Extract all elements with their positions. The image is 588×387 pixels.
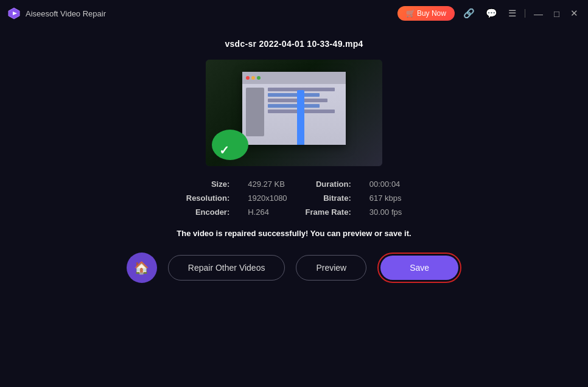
duration-value: 00:00:04 <box>369 180 402 189</box>
maximize-icon[interactable]: □ <box>551 7 562 20</box>
success-message: The video is repaired successfully! You … <box>177 229 411 238</box>
preview-button[interactable]: Preview <box>296 255 366 281</box>
size-value: 429.27 KB <box>248 180 287 189</box>
file-info: Size: 429.27 KB Duration: 00:00:04 Resol… <box>186 180 402 217</box>
home-icon: 🏠 <box>134 260 149 275</box>
save-button[interactable]: Save <box>380 256 458 280</box>
menu-icon[interactable]: ☰ <box>506 7 519 20</box>
file-name: vsdc-sr 2022-04-01 10-33-49.mp4 <box>225 39 363 49</box>
main-content: vsdc-sr 2022-04-01 10-33-49.mp4 <box>0 27 588 283</box>
app-logo-icon <box>7 7 21 20</box>
encoder-label: Encoder: <box>186 207 230 217</box>
close-icon[interactable]: ✕ <box>568 7 581 20</box>
home-button[interactable]: 🏠 <box>127 253 157 283</box>
titlebar-right: 🛒 Buy Now 🔗 💬 ☰ — □ ✕ <box>397 6 581 21</box>
minimize-icon[interactable]: — <box>531 7 545 20</box>
titlebar-left: Aiseesoft Video Repair <box>7 7 106 20</box>
app-title: Aiseesoft Video Repair <box>26 9 106 18</box>
resolution-value: 1920x1080 <box>248 194 287 203</box>
repair-other-button[interactable]: Repair Other Videos <box>168 255 285 281</box>
bitrate-value: 617 kbps <box>369 194 402 203</box>
titlebar: Aiseesoft Video Repair 🛒 Buy Now 🔗 💬 ☰ —… <box>0 0 588 27</box>
video-thumbnail: ✓ <box>206 60 382 166</box>
resolution-label: Resolution: <box>186 194 230 203</box>
duration-label: Duration: <box>306 180 351 189</box>
framerate-value: 30.00 fps <box>369 207 402 217</box>
titlebar-divider <box>525 9 525 18</box>
save-button-wrapper: Save <box>377 253 461 283</box>
framerate-label: Frame Rate: <box>306 207 351 217</box>
link-icon[interactable]: 🔗 <box>461 7 477 20</box>
bottom-buttons: 🏠 Repair Other Videos Preview Save <box>127 253 461 283</box>
encoder-value: H.264 <box>248 207 287 217</box>
chat-icon[interactable]: 💬 <box>483 7 500 20</box>
bitrate-label: Bitrate: <box>306 194 351 203</box>
buy-now-button[interactable]: 🛒 Buy Now <box>397 6 455 21</box>
size-label: Size: <box>186 180 230 189</box>
